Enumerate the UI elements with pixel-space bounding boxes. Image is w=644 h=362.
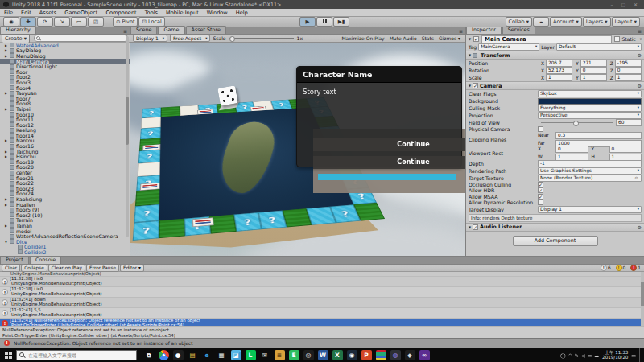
tray-network-icon[interactable]: ▭ <box>587 352 592 358</box>
continue-button-2[interactable]: Continue <box>313 156 465 169</box>
target-texture-object-field[interactable]: None (Render Texture)⊙ <box>538 175 642 182</box>
create-button[interactable]: Create ▾ <box>2 34 30 43</box>
camera-component-header[interactable]: ▼✓ Camera⚙ <box>466 81 644 90</box>
taskbar-store-icon[interactable]: ▦ <box>217 350 227 360</box>
tray-onedrive-icon[interactable]: ☁ <box>594 352 599 358</box>
tray-person-icon[interactable]: ◯ <box>560 352 566 358</box>
field-z[interactable]: 1 <box>615 74 642 81</box>
rotate-tool-button[interactable]: ⟳ <box>37 17 53 27</box>
tab-project[interactable]: Project <box>0 256 29 264</box>
hierarchy-search-input[interactable] <box>34 35 128 42</box>
step-button[interactable]: ▶▮ <box>333 17 349 27</box>
menu-help[interactable]: Help <box>232 10 252 16</box>
layout-button[interactable]: Layout ▾ <box>612 17 640 27</box>
console-log-entry[interactable]: ! [11:32:41] downUnityEngine.MonoBehavio… <box>0 298 644 308</box>
taskbar-search-input[interactable] <box>27 352 126 359</box>
tab-game[interactable]: Game <box>158 26 184 34</box>
allow-msaa-checkbox[interactable]: ✓ <box>538 194 543 200</box>
gear-icon[interactable]: ⚙ <box>638 52 642 58</box>
clear-flags-dropdown[interactable]: Skybox▾ <box>538 90 642 97</box>
taskbar-discord-icon[interactable]: ◍ <box>390 350 401 360</box>
game-viewport[interactable]: ??????????????????? Character Name Story… <box>130 43 465 256</box>
display-dropdown[interactable]: Display 1▾ <box>133 35 167 42</box>
hierarchy-item-collider2[interactable]: Collider2 <box>0 249 130 255</box>
taskbar-evernote-icon[interactable]: E <box>289 350 299 360</box>
taskbar-chrome-icon[interactable] <box>159 350 169 360</box>
play-button[interactable]: ▶ <box>299 17 316 27</box>
taskbar-word-icon[interactable]: W <box>318 350 328 360</box>
console-log-entry[interactable]: ! [11:32:38] i is0UnityEngine.MonoBehavi… <box>0 277 644 287</box>
rect-x[interactable]: 0 <box>555 146 588 153</box>
taskbar-unity-icon[interactable]: ◆ <box>405 350 415 360</box>
info-count[interactable]: !6 <box>599 265 613 271</box>
camera-enabled-checkbox[interactable]: ✓ <box>473 83 478 88</box>
tab-scene[interactable]: Scene <box>130 26 157 34</box>
stats-button[interactable]: Stats <box>419 35 436 41</box>
taskbar-mail-icon[interactable]: ✉ <box>260 350 270 360</box>
taskbar-photos-icon[interactable]: ◪ <box>231 350 242 360</box>
field-of-view-slider[interactable] <box>541 122 613 123</box>
taskbar-excel-icon[interactable]: X <box>332 350 343 360</box>
panel-menu-icon[interactable]: ≡ <box>638 28 642 34</box>
field-x[interactable]: 52.173 <box>546 67 572 74</box>
rect-y[interactable]: 0 <box>609 146 642 153</box>
tray-speaker-icon[interactable]: ◁ <box>581 352 585 358</box>
menu-window[interactable]: Window <box>203 10 232 16</box>
menu-component[interactable]: Component <box>101 10 140 16</box>
console-log-entry[interactable]: ! [11:32:41] 5,5UnityEngine.MonoBehaviou… <box>0 308 644 319</box>
tag-dropdown[interactable]: MainCamera▾ <box>478 43 539 51</box>
panel-menu-icon[interactable]: ≡ <box>459 28 463 34</box>
taskbar-file-explorer-icon[interactable]: ▤ <box>188 350 198 360</box>
cloud-button[interactable]: ☁ <box>533 17 549 27</box>
static-checkbox[interactable] <box>614 36 620 42</box>
menu-tools[interactable]: Tools <box>141 10 162 16</box>
editor-status-bar[interactable]: ! NullReferenceException: Object referen… <box>0 338 644 348</box>
audio-listener-header[interactable]: ▼✓ Audio Listener⚙ <box>466 223 644 232</box>
panel-menu-icon[interactable]: ≡ <box>123 28 127 34</box>
tab-console[interactable]: Console <box>30 256 61 264</box>
transform-component-header[interactable]: ▼ Transform⚙ <box>466 51 644 60</box>
error-count[interactable]: !1 <box>629 265 642 271</box>
console-editor-button[interactable]: Editor ▾ <box>120 265 144 272</box>
gizmos-button[interactable]: Gizmos ▾ <box>436 35 463 41</box>
gear-icon[interactable]: ⚙ <box>638 224 642 230</box>
target-display-dropdown[interactable]: Display 1▾ <box>538 206 642 213</box>
mute-audio-button[interactable]: Mute Audio <box>387 35 419 41</box>
tab-hierarchy[interactable]: Hierarchy <box>0 26 36 34</box>
background-color-swatch[interactable] <box>538 98 642 105</box>
depth-field[interactable]: -1 <box>538 160 642 167</box>
menu-gameobject[interactable]: GameObject <box>60 10 101 16</box>
occlusion-culling-checkbox[interactable]: ✓ <box>538 182 543 187</box>
taskbar-search[interactable] <box>16 350 137 360</box>
taskbar-task-view-icon[interactable]: ⧉ <box>144 350 155 360</box>
layers-button[interactable]: Layers ▾ <box>583 17 611 27</box>
taskbar-visual-studio-icon[interactable]: ∞ <box>419 350 430 360</box>
taskbar-powerpoint-icon[interactable]: P <box>361 350 372 360</box>
gear-icon[interactable]: ⚙ <box>638 83 642 88</box>
object-picker-icon[interactable]: ⊙ <box>634 175 639 181</box>
field-x[interactable]: 1 <box>546 74 572 81</box>
collab-button[interactable]: Collab ▾ <box>506 17 533 27</box>
hierarchy-item-dice[interactable]: ▼ Dice <box>0 239 130 245</box>
pause-button[interactable] <box>316 17 332 27</box>
console-clear-button[interactable]: Clear <box>2 265 20 272</box>
console-scrollbar[interactable] <box>641 272 644 326</box>
tray-chevron-up-icon[interactable]: ^ <box>568 352 572 358</box>
menu-assets[interactable]: Assets <box>35 10 60 16</box>
taskbar-clock[interactable]: 上午 11:33 2019/10/20 <box>602 350 628 360</box>
window-controls[interactable]: – ▢ ✕ <box>610 2 641 7</box>
show-desktop-button[interactable] <box>639 348 642 362</box>
console-collapse-button[interactable]: Collapse <box>21 265 47 272</box>
allow-hdr-checkbox[interactable]: ✓ <box>538 187 543 193</box>
rendering-path-dropdown[interactable]: Use Graphics Settings▾ <box>538 167 642 175</box>
taskbar-line-icon[interactable]: L <box>246 350 256 360</box>
hierarchy-item-collider1[interactable]: Collider1 <box>0 245 130 250</box>
menu-edit[interactable]: Edit <box>17 10 35 16</box>
tray-pen-icon[interactable]: ✎ <box>575 352 579 358</box>
taskbar-winrar-icon[interactable] <box>376 350 386 360</box>
taskbar-obs-icon[interactable]: ◎ <box>303 350 314 360</box>
account-button[interactable]: Account ▾ <box>550 17 582 27</box>
scale-tool-button[interactable]: ⇲ <box>54 17 70 27</box>
taskbar-media-player-icon[interactable]: ● <box>173 350 184 360</box>
field-x[interactable]: 206.7 <box>546 60 572 67</box>
